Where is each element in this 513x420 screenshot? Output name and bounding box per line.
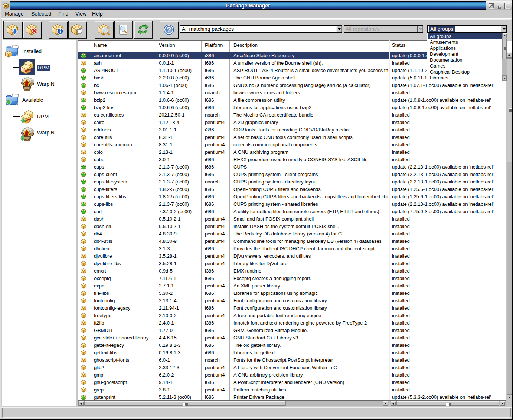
svg-text:?: ? (167, 25, 171, 33)
